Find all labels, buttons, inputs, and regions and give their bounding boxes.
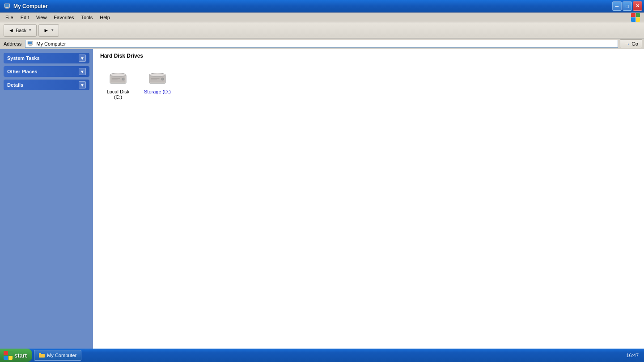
svg-rect-5 bbox=[28, 42, 32, 44]
address-bar: Address → Go bbox=[0, 38, 644, 49]
taskbar-my-computer[interactable]: My Computer bbox=[34, 350, 81, 361]
menu-view[interactable]: View bbox=[33, 14, 51, 21]
svg-rect-22 bbox=[39, 354, 45, 358]
taskbar-folder-icon bbox=[39, 353, 45, 358]
other-places-header[interactable]: Other Places ▼ bbox=[4, 66, 89, 77]
close-button[interactable]: ✕ bbox=[633, 1, 642, 11]
start-windows-logo bbox=[4, 351, 13, 360]
minimize-button[interactable]: ─ bbox=[612, 1, 622, 11]
drive-storage-d[interactable]: Storage (D:) bbox=[140, 67, 175, 97]
drives-container: Local Disk (C:) bbox=[100, 67, 637, 102]
local-disk-c-label: Local Disk (C:) bbox=[103, 89, 133, 100]
toolbar: ◄ Back ▼ ► ▼ bbox=[0, 22, 644, 38]
menu-help[interactable]: Help bbox=[96, 14, 114, 21]
svg-rect-6 bbox=[30, 45, 31, 46]
local-disk-c-icon bbox=[109, 69, 127, 87]
menu-edit[interactable]: Edit bbox=[17, 14, 33, 21]
window-controls: ─ □ ✕ bbox=[612, 1, 642, 11]
svg-point-19 bbox=[161, 78, 164, 80]
sidebar-section-details: Details ▼ bbox=[4, 80, 89, 90]
back-button[interactable]: ◄ Back ▼ bbox=[4, 24, 37, 37]
sidebar: System Tasks ▼ Other Places ▼ Details ▼ bbox=[0, 49, 93, 349]
address-computer-icon bbox=[27, 41, 34, 47]
title-bar: My Computer ─ □ ✕ bbox=[0, 0, 644, 13]
menu-tools[interactable]: Tools bbox=[78, 14, 97, 21]
taskbar-clock: 16:47 bbox=[621, 349, 644, 362]
sidebar-section-other-places: Other Places ▼ bbox=[4, 66, 89, 77]
hard-disk-title: Hard Disk Drives bbox=[100, 53, 637, 61]
svg-rect-3 bbox=[5, 8, 9, 8]
svg-rect-20 bbox=[151, 78, 160, 79]
svg-rect-2 bbox=[6, 8, 8, 8]
hard-disk-section: Hard Disk Drives bbox=[100, 53, 637, 102]
menu-bar: File Edit View Favorites Tools Help bbox=[0, 13, 644, 22]
start-button[interactable]: start bbox=[0, 349, 32, 362]
go-arrow-icon: → bbox=[624, 40, 630, 47]
address-label: Address bbox=[2, 41, 23, 46]
title-bar-left: My Computer bbox=[4, 3, 48, 10]
svg-rect-13 bbox=[112, 78, 120, 79]
go-button[interactable]: → Go bbox=[620, 39, 642, 48]
maximize-button[interactable]: □ bbox=[623, 1, 632, 11]
storage-d-icon bbox=[148, 69, 166, 87]
details-collapse-icon[interactable]: ▼ bbox=[79, 81, 86, 88]
drive-local-c[interactable]: Local Disk (C:) bbox=[100, 67, 136, 102]
other-places-collapse-icon[interactable]: ▼ bbox=[79, 68, 86, 75]
storage-d-label: Storage (D:) bbox=[144, 89, 171, 94]
forward-dropdown-icon: ▼ bbox=[51, 28, 54, 32]
content-area: Hard Disk Drives bbox=[93, 49, 644, 349]
back-arrow-icon: ◄ bbox=[8, 27, 14, 34]
taskbar: start My Computer 16:47 bbox=[0, 349, 644, 362]
svg-point-12 bbox=[122, 78, 125, 80]
forward-button[interactable]: ► ▼ bbox=[38, 24, 59, 37]
menu-file[interactable]: File bbox=[2, 14, 17, 21]
main-area: System Tasks ▼ Other Places ▼ Details ▼ … bbox=[0, 49, 644, 349]
svg-rect-23 bbox=[39, 353, 41, 354]
windows-logo bbox=[631, 13, 640, 22]
details-header[interactable]: Details ▼ bbox=[4, 80, 89, 90]
svg-rect-21 bbox=[151, 80, 157, 80]
system-tasks-header[interactable]: System Tasks ▼ bbox=[4, 53, 89, 63]
menu-favorites[interactable]: Favorites bbox=[50, 14, 77, 21]
system-tasks-collapse-icon[interactable]: ▼ bbox=[79, 55, 86, 62]
svg-rect-14 bbox=[112, 80, 118, 80]
address-input[interactable] bbox=[36, 41, 616, 46]
svg-rect-7 bbox=[29, 45, 32, 46]
address-input-wrapper bbox=[25, 40, 618, 48]
forward-arrow-icon: ► bbox=[43, 27, 49, 34]
computer-icon bbox=[4, 3, 11, 10]
back-dropdown-icon: ▼ bbox=[28, 28, 32, 32]
svg-rect-1 bbox=[5, 4, 9, 7]
taskbar-items: My Computer bbox=[32, 350, 621, 361]
sidebar-section-system-tasks: System Tasks ▼ bbox=[4, 53, 89, 63]
title-text: My Computer bbox=[13, 3, 48, 9]
